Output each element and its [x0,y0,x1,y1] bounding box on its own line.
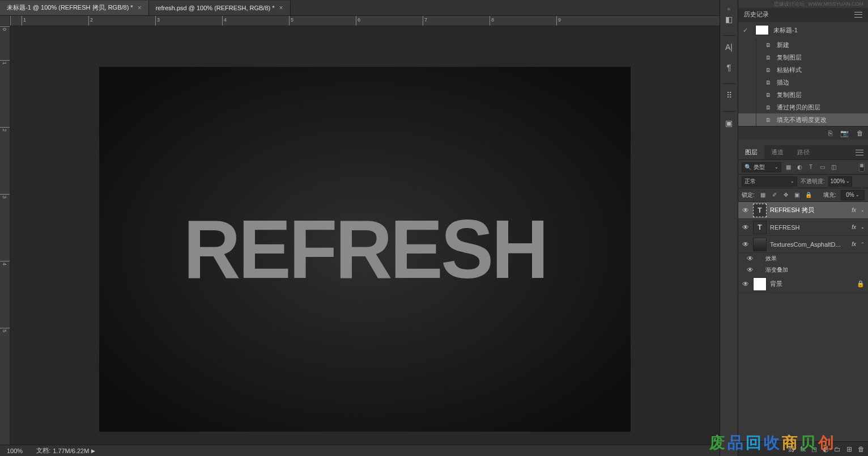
layer-row[interactable]: 👁 TexturesCom_AsphaltD... fx ⌃ [738,236,868,253]
layer-filter-type[interactable]: 🔍 类型 ⌄ [742,162,781,172]
filter-shape-icon[interactable]: ▭ [818,163,827,172]
history-item[interactable]: 🗎填充不透明度更改 [738,113,868,126]
visibility-toggle[interactable]: 👁 [742,223,750,231]
visibility-toggle[interactable]: 👁 [742,240,750,248]
tab-channels[interactable]: 通道 [764,145,790,159]
paragraph-icon[interactable]: ¶ [722,61,736,74]
history-title: 历史记录 [744,10,769,19]
visibility-toggle[interactable]: 👁 [742,280,750,288]
filter-type-icon[interactable]: T [806,163,815,172]
color-icon[interactable]: ◧ [722,12,736,26]
chevron-up-icon[interactable]: ⌃ [861,242,865,247]
history-item[interactable]: 🗎新建 [738,39,868,51]
opacity-label: 不透明度: [801,178,825,185]
layer-thumb[interactable]: T [753,221,767,234]
new-layer-icon[interactable]: ⊞ [846,445,852,453]
layer-row[interactable]: 👁 背景 🔒 [738,276,868,293]
chevron-down-icon: ⌄ [856,192,860,197]
fill-input[interactable]: 0% ⌄ [841,190,865,200]
new-snapshot-icon[interactable]: ⎘ [828,129,832,137]
zoom-level[interactable]: 100% [7,447,23,454]
chevron-down-icon[interactable]: ⌄ [861,208,865,213]
history-item[interactable]: 🗎复制图层 [738,88,868,101]
history-item[interactable]: 🗎复制图层 [738,51,868,64]
canvas-text: REFRESH [184,201,547,297]
filter-smart-icon[interactable]: ◫ [829,163,838,172]
lock-transparent-icon[interactable]: ▦ [759,191,767,199]
filter-adjustment-icon[interactable]: ◐ [795,163,804,172]
close-icon[interactable]: × [138,4,142,12]
fx-badge[interactable]: fx [852,224,857,230]
doc-size[interactable]: 文档: 1.77M/6.22M ▶ [36,446,95,455]
history-item[interactable]: 🗎粘贴样式 [738,64,868,76]
blend-mode-select[interactable]: 正常 ⌄ [742,176,797,187]
layer-thumb[interactable] [753,277,767,291]
libraries-icon[interactable]: ▣ [722,116,736,130]
layers-list: 👁 T REFRESH 拷贝 fx ⌄ 👁 T REFRESH fx ⌄ 👁 T… [738,202,868,441]
layer-name[interactable]: TexturesCom_AsphaltD... [770,241,848,248]
history-panel-header: 历史记录 [738,8,868,22]
layer-thumb[interactable] [753,238,767,251]
layer-name[interactable]: REFRESH [770,224,848,231]
new-group-icon[interactable]: 🗀 [834,445,841,453]
filter-toggle[interactable] [859,163,865,172]
fx-badge[interactable]: fx [852,207,857,213]
visibility-toggle[interactable]: 👁 [742,206,750,214]
fx-badge[interactable]: fx [852,241,857,247]
watermark: 思缘设计论坛 WWW.MISSYUAN.COM [738,0,868,8]
tab-layers[interactable]: 图层 [738,145,764,159]
chevron-down-icon: ⌄ [846,179,850,184]
status-bar: 100% 文档: 1.77M/6.22M ▶ [0,445,720,456]
camera-icon[interactable]: 📷 [840,129,849,137]
panel-menu-icon[interactable] [856,150,863,155]
layer-name[interactable]: REFRESH 拷贝 [770,206,848,214]
history-item[interactable]: 🗎通过拷贝的图层 [738,101,868,113]
layer-row[interactable]: 👁 T REFRESH 拷贝 fx ⌄ [738,202,868,219]
dock-expand-handle[interactable] [722,6,736,10]
filter-pixel-icon[interactable]: ▦ [784,163,793,172]
tab-paths[interactable]: 路径 [790,145,816,159]
history-source-thumb [755,25,769,35]
layer-thumb[interactable]: T [753,204,767,217]
opacity-input[interactable]: 100% ⌄ [828,176,852,187]
lock-artboard-icon[interactable]: ▣ [793,191,801,199]
tab-document-2[interactable]: refresh.psd @ 100% (REFRESH, RGB/8) * × [149,1,291,15]
history-source-row[interactable]: ✓ 未标题-1 [738,22,868,39]
chevron-down-icon: ⌄ [775,164,778,170]
history-brush-icon[interactable]: ✓ [743,27,751,34]
close-icon[interactable]: × [279,4,283,12]
canvas-viewport[interactable]: REFRESH [10,26,720,445]
lock-all-icon[interactable]: 🔒 [805,191,812,199]
layer-effects-row[interactable]: 👁 效果 [738,253,868,264]
layer-effect-item[interactable]: 👁 渐变叠加 [738,264,868,276]
document-icon: 🗎 [764,91,772,99]
chevron-right-icon[interactable]: ▶ [91,448,95,454]
tab-label: 未标题-1 @ 100% (REFRESH 拷贝, RGB/8) * [7,3,133,12]
layer-name[interactable]: 背景 [770,280,853,288]
trash-icon[interactable]: 🗑 [857,129,863,137]
search-icon: 🔍 [744,164,751,170]
history-item[interactable]: 🗎描边 [738,76,868,88]
visibility-toggle[interactable]: 👁 [746,255,754,263]
ruler-horizontal[interactable]: 1 2 3 4 5 6 7 8 9 [10,16,720,26]
lock-position-icon[interactable]: ✥ [782,191,790,199]
character-icon[interactable]: A| [722,40,736,54]
chevron-down-icon: ⌄ [790,179,794,184]
visibility-toggle[interactable]: 👁 [746,266,754,274]
ruler-vertical[interactable]: 0 1 2 3 4 5 [0,26,10,445]
ruler-corner[interactable] [0,16,10,26]
document-icon: 🗎 [764,103,772,111]
layer-row[interactable]: 👁 T REFRESH fx ⌄ [738,219,868,236]
lock-row: 锁定: ▦ ✐ ✥ ▣ 🔒 填充: 0% ⌄ [738,188,868,202]
document-icon: 🗎 [764,53,772,61]
tab-document-1[interactable]: 未标题-1 @ 100% (REFRESH 拷贝, RGB/8) * × [0,1,149,15]
lock-pixels-icon[interactable]: ✐ [771,191,778,199]
chevron-down-icon[interactable]: ⌄ [861,225,865,230]
canvas[interactable]: REFRESH [99,67,631,432]
panel-menu-icon[interactable] [854,12,862,18]
trash-icon[interactable]: 🗑 [858,445,865,453]
glyphs-icon[interactable]: ⠿ [722,88,736,102]
effect-gradient-overlay: 渐变叠加 [765,266,788,274]
history-source-name: 未标题-1 [773,26,798,35]
history-footer: ⎘ 📷 🗑 [738,126,868,140]
